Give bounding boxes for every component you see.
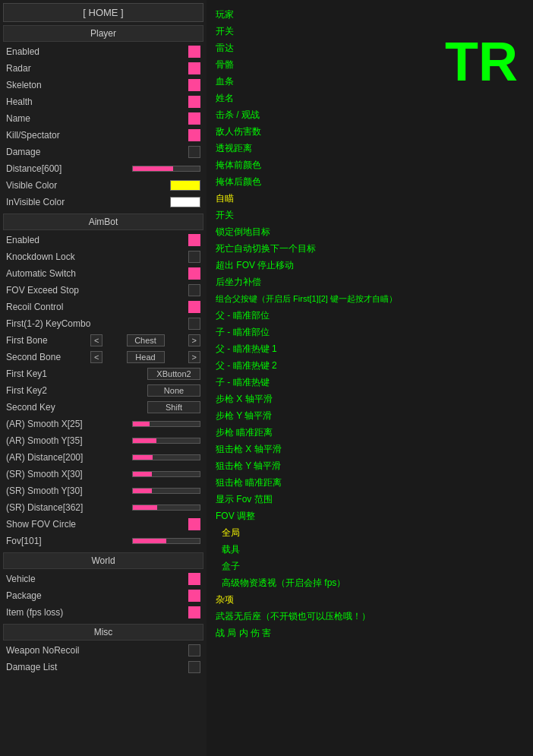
row-visible-color: Visible Color xyxy=(3,177,203,194)
row-skeleton: Skeleton xyxy=(3,77,203,93)
label-first-key1: First Key1 xyxy=(6,369,147,379)
row-damage-list: Damage List xyxy=(3,659,203,675)
checkbox-kill-spectator[interactable] xyxy=(188,129,200,141)
row-kill-spectator: Kill/Spectator xyxy=(3,127,203,144)
r-text-damage-list: 战 局 内 伤 害 xyxy=(216,627,271,640)
label-keycombo: First(1-2) KeyCombo xyxy=(6,318,188,329)
r-ar-smooth-y: 步枪 Y 轴平滑 xyxy=(216,407,524,424)
label-kill-spectator: Kill/Spectator xyxy=(6,130,188,141)
right-panel: TR 玩家 开关 雷达 骨骼 血条 姓名 击杀 / 观战 敌人伤害数 透视距离 … xyxy=(207,0,533,756)
second-bone-left-btn[interactable]: < xyxy=(90,351,102,363)
label-first-bone: First Bone xyxy=(6,335,67,346)
row-auto-switch: Automatic Switch xyxy=(3,265,203,282)
r-sr-smooth-y: 狙击枪 Y 轴平滑 xyxy=(216,457,524,474)
r-fov: FOV 调整 xyxy=(216,508,524,524)
r-kill-spectator: 击杀 / 观战 xyxy=(216,106,524,123)
first-bone-left-btn[interactable]: < xyxy=(90,334,102,346)
r-text-knockdown: 锁定倒地目标 xyxy=(216,226,270,239)
r-ar-smooth-x: 步枪 X 轴平滑 xyxy=(216,391,524,407)
slider-sr-smooth-y[interactable] xyxy=(132,488,200,494)
checkbox-knockdown-lock[interactable] xyxy=(188,251,200,263)
r-item-fps: 高级物资透视（开启会掉 fps） xyxy=(216,574,524,591)
row-damage: Damage xyxy=(3,144,203,160)
r-text-first-key2: 父 - 瞄准热键 2 xyxy=(216,359,277,372)
row-fov-exceed: FOV Exceed Stop xyxy=(3,282,203,299)
checkbox-weapon-norecoil[interactable] xyxy=(188,644,200,656)
r-text-visible-color: 掩体前颜色 xyxy=(216,159,261,172)
r-text-fov: FOV 调整 xyxy=(216,510,255,523)
row-invisible-color: InVisible Color xyxy=(3,194,203,210)
slider-ar-smooth-y[interactable] xyxy=(132,438,200,444)
checkbox-radar[interactable] xyxy=(188,62,200,74)
label-show-fov: Show FOV Circle xyxy=(6,519,188,530)
label-distance: Distance[600] xyxy=(6,163,132,174)
second-bone-right-btn[interactable]: > xyxy=(188,351,200,363)
section-player: Player xyxy=(3,25,203,42)
checkbox-show-fov[interactable] xyxy=(188,518,200,530)
second-bone-value: Head xyxy=(127,351,165,363)
checkbox-skeleton[interactable] xyxy=(188,79,200,91)
slider-sr-distance[interactable] xyxy=(132,505,200,511)
value-first-key2[interactable]: None xyxy=(147,384,200,397)
r-text-fov-exceed: 超出 FOV 停止移动 xyxy=(216,259,294,272)
r-label-player: 玩家 xyxy=(216,8,234,21)
row-ar-smooth-y: (AR) Smooth Y[35] xyxy=(3,432,203,449)
checkbox-health[interactable] xyxy=(188,96,200,108)
checkbox-name[interactable] xyxy=(188,112,200,125)
checkbox-keycombo[interactable] xyxy=(188,318,200,330)
row-enabled-aimbot: Enabled xyxy=(3,232,203,248)
r-label-world: 全局 xyxy=(216,527,240,539)
checkbox-item-fps[interactable] xyxy=(188,606,200,618)
slider-sr-smooth-x[interactable] xyxy=(132,471,200,477)
label-ar-distance: (AR) Distance[200] xyxy=(6,452,132,463)
checkbox-vehicle[interactable] xyxy=(188,573,200,585)
r-text-first-bone: 父 - 瞄准部位 xyxy=(216,309,270,322)
r-text-item-fps: 高级物资透视（开启会掉 fps） xyxy=(216,577,345,590)
label-damage: Damage xyxy=(6,147,188,157)
r-text-enabled-player: 开关 xyxy=(216,25,234,38)
r-text-radar: 雷达 xyxy=(216,42,234,55)
r-fov-exceed: 超出 FOV 停止移动 xyxy=(216,257,524,274)
r-label-aimbot: 自瞄 xyxy=(216,192,234,205)
label-second-key: Second Key xyxy=(6,402,147,413)
row-item-fps: Item (fps loss) xyxy=(3,604,203,621)
row-ar-smooth-x: (AR) Smooth X[25] xyxy=(3,416,203,432)
value-second-key[interactable]: Shift xyxy=(147,401,200,413)
slider-fov[interactable] xyxy=(132,538,200,544)
slider-ar-smooth-x[interactable] xyxy=(132,421,200,427)
label-ar-smooth-x: (AR) Smooth X[25] xyxy=(6,419,132,429)
first-bone-right-btn[interactable]: > xyxy=(188,334,200,346)
label-recoil-control: Recoil Control xyxy=(6,302,188,312)
r-second-bone: 子 - 瞄准部位 xyxy=(216,324,524,340)
checkbox-auto-switch[interactable] xyxy=(188,267,200,280)
first-bone-value: Chest xyxy=(127,334,165,346)
checkbox-enabled-player[interactable] xyxy=(188,46,200,58)
label-skeleton: Skeleton xyxy=(6,80,188,90)
r-text-second-bone: 子 - 瞄准部位 xyxy=(216,326,270,339)
checkbox-package[interactable] xyxy=(188,590,200,602)
checkbox-recoil-control[interactable] xyxy=(188,301,200,313)
r-text-kill-spectator: 击杀 / 观战 xyxy=(216,109,260,122)
label-package: Package xyxy=(6,590,188,601)
r-first-key1: 父 - 瞄准热键 1 xyxy=(216,340,524,357)
color-invisible[interactable] xyxy=(170,197,200,207)
value-first-key1[interactable]: XButton2 xyxy=(147,368,200,380)
checkbox-fov-exceed[interactable] xyxy=(188,284,200,296)
row-show-fov: Show FOV Circle xyxy=(3,516,203,533)
r-weapon-norecoil: 武器无后座（不开锁也可以压枪哦！） xyxy=(216,608,524,625)
slider-distance[interactable] xyxy=(132,166,200,172)
r-text-keycombo: 组合父按键（开启后 First[1][2] 键一起按才自瞄） xyxy=(216,293,397,305)
section-misc: Misc xyxy=(3,624,203,641)
checkbox-enabled-aimbot[interactable] xyxy=(188,234,200,246)
color-visible[interactable] xyxy=(170,180,200,191)
row-enabled-player: Enabled xyxy=(3,43,203,60)
r-second-key: 子 - 瞄准热键 xyxy=(216,374,524,391)
slider-ar-distance[interactable] xyxy=(132,454,200,460)
label-sr-smooth-x: (SR) Smooth X[30] xyxy=(6,469,132,479)
r-knockdown: 锁定倒地目标 xyxy=(216,223,524,240)
right-rows: 玩家 开关 雷达 骨骼 血条 姓名 击杀 / 观战 敌人伤害数 透视距离 掩体前… xyxy=(216,6,524,641)
r-text-weapon-norecoil: 武器无后座（不开锁也可以压枪哦！） xyxy=(216,610,371,623)
checkbox-damage[interactable] xyxy=(188,146,200,158)
checkbox-damage-list[interactable] xyxy=(188,661,200,673)
r-text-damage: 敌人伤害数 xyxy=(216,125,261,138)
